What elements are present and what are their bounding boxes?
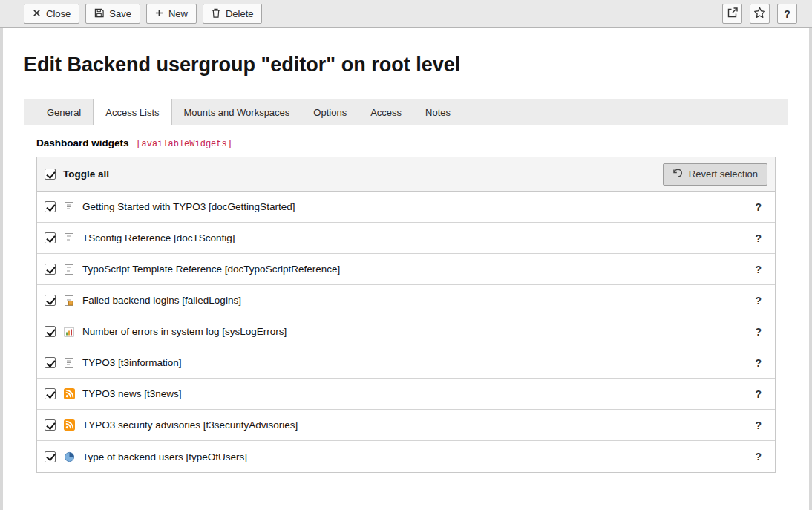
list-item-label: Getting Started with TYPO3 [docGettingSt… [82, 201, 749, 212]
field-label-text: Dashboard widgets [36, 137, 129, 148]
trash-icon [212, 8, 220, 20]
list-header: Toggle all Revert selection [37, 157, 775, 192]
system-log-chart-icon [63, 326, 75, 338]
close-button[interactable]: Close [24, 4, 79, 24]
save-button-label: Save [109, 8, 131, 19]
tab-bar: General Access Lists Mounts and Workspac… [24, 99, 788, 125]
help-question-mark[interactable]: ? [749, 451, 767, 462]
tab-mounts-and-workspaces[interactable]: Mounts and Workspaces [172, 99, 302, 125]
help-question-mark[interactable]: ? [749, 326, 767, 338]
tab-general[interactable]: General [35, 99, 93, 125]
page-title: Edit Backend usergroup "editor" on root … [24, 53, 788, 76]
module-body: Edit Backend usergroup "editor" on root … [3, 28, 809, 510]
failed-logins-icon [63, 295, 75, 307]
row-checkbox[interactable] [45, 357, 56, 368]
bookmark-button[interactable] [750, 4, 770, 24]
tab-access-lists[interactable]: Access Lists [93, 99, 171, 125]
close-button-label: Close [46, 8, 71, 19]
tab-notes[interactable]: Notes [413, 99, 462, 125]
new-button-label: New [168, 8, 188, 19]
star-icon [753, 7, 766, 21]
list-item: TYPO3 security advisories [t3securityAdv… [37, 410, 775, 441]
open-new-window-button[interactable] [722, 4, 742, 24]
field-code: [availableWidgets] [136, 139, 232, 149]
toggle-all-label: Toggle all [63, 169, 109, 180]
list-item-label: TYPO3 security advisories [t3securityAdv… [82, 419, 749, 431]
field-label: Dashboard widgets [availableWidgets] [36, 137, 776, 149]
save-button[interactable]: Save [85, 4, 140, 24]
open-new-window-icon [727, 7, 739, 21]
list-item: TSconfig Reference [docTSconfig] ? [37, 223, 775, 254]
doc-header-toolbar: Close Save New Delete ? [0, 0, 812, 28]
list-item-label: Failed backend logins [failedLogins] [82, 295, 749, 306]
help-button[interactable]: ? [777, 4, 797, 24]
rss-icon [63, 388, 75, 400]
delete-button-label: Delete [226, 8, 254, 19]
help-question-mark[interactable]: ? [749, 232, 767, 244]
document-icon [63, 357, 75, 369]
list-item: Failed backend logins [failedLogins] ? [37, 285, 775, 316]
list-item: TYPO3 [t3information] ? [37, 347, 775, 379]
tab-access[interactable]: Access [358, 99, 413, 125]
new-button[interactable]: New [146, 4, 197, 24]
revert-selection-label: Revert selection [689, 169, 758, 180]
row-checkbox[interactable] [45, 295, 56, 306]
row-checkbox[interactable] [45, 201, 56, 212]
list-item-label: TypoScript Template Reference [docTypoSc… [82, 264, 749, 275]
plus-icon [155, 8, 163, 19]
list-item-label: TSconfig Reference [docTSconfig] [82, 232, 749, 243]
tab-content: Dashboard widgets [availableWidgets] Tog… [24, 125, 788, 491]
row-checkbox[interactable] [45, 388, 56, 399]
record-edit-panel: General Access Lists Mounts and Workspac… [24, 99, 788, 491]
list-item-label: TYPO3 news [t3news] [82, 388, 749, 399]
list-item: Type of backend users [typeOfUsers] ? [37, 441, 775, 472]
question-mark-icon: ? [784, 8, 790, 20]
row-checkbox[interactable] [45, 419, 56, 431]
row-checkbox[interactable] [45, 232, 56, 243]
help-question-mark[interactable]: ? [749, 388, 767, 400]
save-icon [94, 8, 104, 20]
widget-select-list: Toggle all Revert selection Getting Star… [36, 157, 776, 473]
list-item-label: TYPO3 [t3information] [82, 357, 749, 368]
row-checkbox[interactable] [45, 264, 56, 275]
help-question-mark[interactable]: ? [749, 264, 767, 275]
list-item: Number of errors in system log [sysLogEr… [37, 316, 775, 347]
row-checkbox[interactable] [45, 451, 56, 462]
document-icon [63, 232, 75, 244]
row-checkbox[interactable] [45, 326, 56, 337]
rss-icon [63, 419, 75, 431]
list-item: TypoScript Template Reference [docTypoSc… [37, 254, 775, 285]
delete-button[interactable]: Delete [203, 4, 263, 24]
list-item-label: Number of errors in system log [sysLogEr… [82, 326, 749, 337]
view-buttons: ? [722, 4, 797, 24]
help-question-mark[interactable]: ? [749, 201, 767, 213]
document-buttons: Close Save New Delete [24, 4, 262, 24]
revert-icon [672, 168, 683, 180]
list-item: Getting Started with TYPO3 [docGettingSt… [37, 192, 775, 223]
toggle-all-checkbox[interactable] [45, 169, 56, 180]
document-icon [63, 201, 75, 213]
revert-selection-button[interactable]: Revert selection [663, 163, 767, 186]
tab-options[interactable]: Options [301, 99, 358, 125]
list-item: TYPO3 news [t3news] ? [37, 379, 775, 410]
help-question-mark[interactable]: ? [749, 419, 767, 431]
help-question-mark[interactable]: ? [749, 295, 767, 307]
pie-chart-icon [63, 451, 75, 462]
help-question-mark[interactable]: ? [749, 357, 767, 369]
document-icon [63, 264, 75, 275]
list-item-label: Type of backend users [typeOfUsers] [82, 451, 749, 462]
close-icon [33, 8, 41, 19]
